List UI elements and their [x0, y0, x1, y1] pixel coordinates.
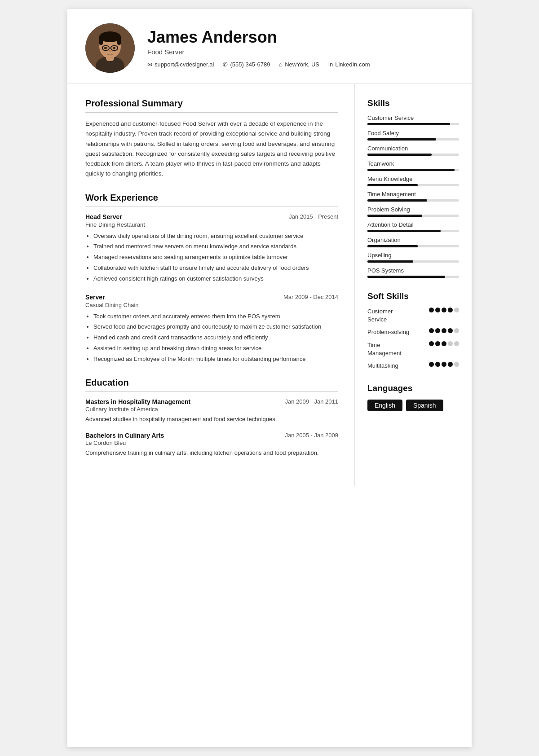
- edu-school: Le Cordon Bleu: [85, 440, 338, 446]
- summary-text: Experienced and customer-focused Food Se…: [85, 119, 338, 179]
- job-title: Head Server: [85, 213, 122, 220]
- dot-filled: [442, 341, 446, 346]
- skill-bar-bg: [367, 245, 459, 247]
- soft-skill-name: Multitasking: [367, 362, 398, 370]
- skill-bar-fill: [367, 154, 432, 156]
- email-icon: ✉: [147, 61, 152, 68]
- dot-filled: [429, 341, 434, 346]
- skill-name: Attention to Detail: [367, 221, 459, 228]
- edu-date: Jan 2005 - Jan 2009: [285, 432, 338, 439]
- right-column: Skills Customer Service Food Safety Comm…: [355, 84, 472, 486]
- bullet: Trained and mentored new servers on menu…: [93, 242, 338, 251]
- languages-title: Languages: [367, 383, 459, 393]
- soft-skill-name: TimeManagement: [367, 341, 402, 357]
- skill-8: Organization: [367, 237, 459, 247]
- dot-filled: [442, 362, 446, 367]
- bullet: Served food and beverages promptly and c…: [93, 322, 338, 332]
- skill-10: POS Systems: [367, 267, 459, 278]
- dot-empty: [454, 328, 459, 333]
- language-tags: EnglishSpanish: [367, 400, 459, 411]
- skill-bar-bg: [367, 276, 459, 278]
- work-experience-section: Work Experience Head Server Jan 2015 - P…: [85, 193, 338, 364]
- skill-bar-fill: [367, 276, 445, 278]
- skill-bar-bg: [367, 215, 459, 217]
- contact-text: (555) 345-6789: [230, 61, 270, 68]
- soft-skills-section: Soft Skills CustomerService Problem-solv…: [367, 291, 459, 370]
- dot-filled: [435, 308, 440, 312]
- job-header: Server Mar 2009 - Dec 2014: [85, 294, 338, 301]
- skills-title: Skills: [367, 98, 459, 108]
- work-experience-title: Work Experience: [85, 193, 338, 203]
- dot-filled: [442, 328, 446, 333]
- svg-point-11: [113, 47, 115, 49]
- skill-bar-fill: [367, 215, 422, 217]
- header-name: James Anderson: [147, 28, 454, 46]
- soft-skills-container: CustomerService Problem-solving TimeMana…: [367, 308, 459, 370]
- skill-name: POS Systems: [367, 267, 459, 274]
- skill-name: Upselling: [367, 252, 459, 259]
- edu-school: Culinary Institute of America: [85, 406, 338, 413]
- edu-0: Masters in Hospitality Management Jan 20…: [85, 398, 338, 424]
- svg-rect-6: [117, 36, 121, 45]
- edu-container: Masters in Hospitality Management Jan 20…: [85, 398, 338, 458]
- skill-4: Menu Knowledge: [367, 176, 459, 186]
- bullet: Assisted in setting up and breaking down…: [93, 344, 338, 353]
- skill-bar-fill: [367, 123, 450, 125]
- job-company: Fine Dining Restaurant: [85, 221, 338, 228]
- dot-filled: [429, 362, 434, 367]
- contact-text: LinkedIn.com: [335, 61, 370, 68]
- dot-filled: [429, 308, 434, 312]
- dot-empty: [448, 341, 453, 346]
- skill-name: Food Safety: [367, 130, 459, 136]
- dot-filled: [448, 328, 453, 333]
- contact-email: ✉support@cvdesigner.ai: [147, 61, 214, 68]
- skill-bar-bg: [367, 184, 459, 186]
- dot-filled: [435, 362, 440, 367]
- skill-name: Organization: [367, 237, 459, 243]
- dot-empty: [454, 362, 459, 367]
- edu-header: Masters in Hospitality Management Jan 20…: [85, 398, 338, 405]
- skills-section: Skills Customer Service Food Safety Comm…: [367, 98, 459, 278]
- skill-6: Problem Solving: [367, 206, 459, 217]
- dot-filled: [435, 328, 440, 333]
- bullet: Managed reservations and seating arrange…: [93, 253, 338, 262]
- edu-desc: Comprehensive training in culinary arts,…: [85, 448, 338, 458]
- job-date: Jan 2015 - Present: [289, 213, 338, 220]
- dot-empty: [454, 308, 459, 312]
- skill-bar-fill: [367, 260, 413, 263]
- bullet: Handled cash and credit card transaction…: [93, 333, 338, 343]
- soft-skill-name: Problem-solving: [367, 328, 409, 336]
- edu-1: Bachelors in Culinary Arts Jan 2005 - Ja…: [85, 432, 338, 458]
- summary-title: Professional Summary: [85, 98, 338, 109]
- edu-header: Bachelors in Culinary Arts Jan 2005 - Ja…: [85, 432, 338, 439]
- work-experience-divider: [85, 207, 338, 207]
- skill-bar-bg: [367, 199, 459, 202]
- dot-filled: [448, 308, 453, 312]
- soft-skill-0: CustomerService: [367, 308, 459, 324]
- header-title: Food Server: [147, 48, 454, 56]
- svg-rect-5: [99, 36, 103, 45]
- svg-point-12: [109, 50, 111, 52]
- contact-text: support@cvdesigner.ai: [155, 61, 214, 68]
- bullet: Achieved consistent high ratings on cust…: [93, 274, 338, 284]
- job-title: Server: [85, 294, 105, 301]
- skill-1: Food Safety: [367, 130, 459, 141]
- body: Professional Summary Experienced and cus…: [67, 84, 472, 486]
- jobs-container: Head Server Jan 2015 - Present Fine Dini…: [85, 213, 338, 364]
- edu-date: Jan 2009 - Jan 2011: [285, 398, 338, 405]
- skill-0: Customer Service: [367, 114, 459, 125]
- soft-skill-1: Problem-solving: [367, 328, 459, 336]
- skill-bar-fill: [367, 230, 441, 232]
- header-contacts: ✉support@cvdesigner.ai✆(555) 345-6789⌂Ne…: [147, 61, 454, 68]
- job-bullets: Oversaw daily operations of the dining r…: [85, 232, 338, 284]
- skill-3: Teamwork: [367, 160, 459, 171]
- skill-bar-fill: [367, 245, 418, 247]
- skill-5: Time Management: [367, 191, 459, 202]
- skill-bar-fill: [367, 184, 418, 186]
- skill-name: Communication: [367, 145, 459, 152]
- education-divider: [85, 391, 338, 392]
- job-0: Head Server Jan 2015 - Present Fine Dini…: [85, 213, 338, 284]
- skill-bar-fill: [367, 138, 436, 141]
- edu-degree: Bachelors in Culinary Arts: [85, 432, 164, 439]
- bullet: Collaborated with kitchen staff to ensur…: [93, 264, 338, 273]
